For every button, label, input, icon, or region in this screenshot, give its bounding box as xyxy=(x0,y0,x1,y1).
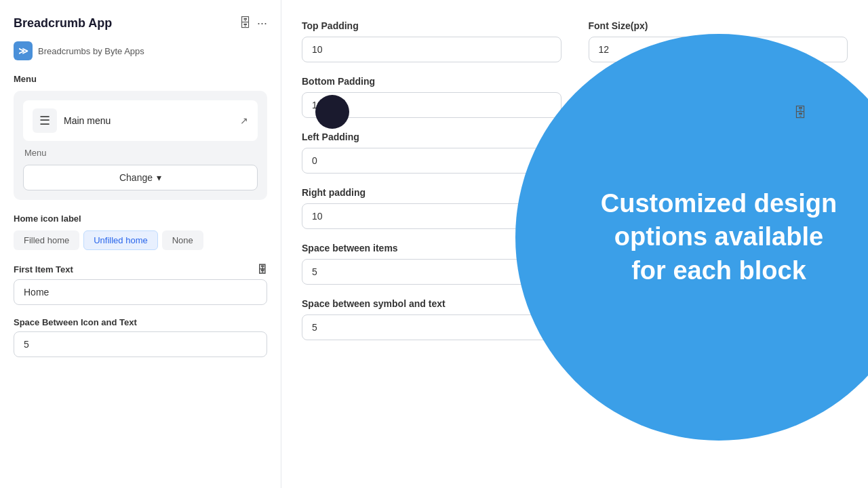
first-item-text-group: First Item Text 🗄 xyxy=(14,264,267,305)
menu-card-inner: ☰ Main menu ↗ xyxy=(23,100,258,141)
top-padding-field: Top Padding xyxy=(302,20,561,62)
home-icon-section: Home icon label Filled home Unfilled hom… xyxy=(14,214,267,250)
app-subtitle-row: ≫ Breadcrumbs by Byte Apps xyxy=(14,41,267,60)
unfilled-home-option[interactable]: Unfilled home xyxy=(83,230,158,250)
header-icons: 🗄 ··· xyxy=(239,16,267,30)
db-icon-overlay: 🗄 xyxy=(793,105,807,121)
more-options-icon[interactable]: ··· xyxy=(257,16,267,30)
space-icon-text-label: Space Between Icon and Text xyxy=(14,317,267,327)
left-padding-input[interactable] xyxy=(302,148,561,174)
home-icon-label: Home icon label xyxy=(14,214,267,224)
menu-sub-label: Menu xyxy=(23,148,258,158)
menu-section-label: Menu xyxy=(14,74,267,84)
change-button-label: Change xyxy=(119,172,153,183)
top-padding-label: Top Padding xyxy=(302,20,561,31)
space-icon-text-group: Space Between Icon and Text xyxy=(14,317,267,357)
db-icon: 🗄 xyxy=(239,16,252,30)
menu-item-icon: ☰ xyxy=(33,108,57,133)
font-size-label: Font Size(px) xyxy=(589,20,848,31)
first-item-text-input[interactable] xyxy=(14,279,267,305)
top-padding-input[interactable] xyxy=(302,37,561,62)
menu-item-label: Main menu xyxy=(64,115,233,126)
home-icon-options: Filled home Unfilled home None xyxy=(14,230,267,250)
menu-card: ☰ Main menu ↗ Menu Change ▾ xyxy=(14,91,267,200)
app-icon: ≫ xyxy=(14,41,33,60)
none-option[interactable]: None xyxy=(162,230,203,250)
app-subtitle-text: Breadcrumbs by Byte Apps xyxy=(38,46,144,56)
main-content: Top Padding Font Size(px) Bottom Padding… xyxy=(281,0,868,488)
sidebar: Breadcrumb App 🗄 ··· ≫ Breadcrumbs by By… xyxy=(0,0,281,488)
left-padding-field: Left Padding xyxy=(302,131,561,174)
app-header: Breadcrumb App 🗄 ··· xyxy=(14,16,267,30)
bottom-padding-label: Bottom Padding xyxy=(302,76,561,87)
external-link-icon: ↗ xyxy=(240,115,248,126)
space-symbol-text-input[interactable] xyxy=(302,314,561,340)
space-symbol-text-field: Space between symbol and text xyxy=(302,298,561,340)
avatar xyxy=(315,95,349,129)
filled-home-option[interactable]: Filled home xyxy=(14,230,79,250)
app-title: Breadcrumb App xyxy=(14,16,112,30)
change-button[interactable]: Change ▾ xyxy=(23,165,258,190)
space-symbol-text-label: Space between symbol and text xyxy=(302,298,561,309)
space-icon-text-input[interactable] xyxy=(14,331,267,357)
left-padding-label: Left Padding xyxy=(302,131,561,142)
first-item-text-label: First Item Text 🗄 xyxy=(14,264,267,275)
first-item-db-icon: 🗄 xyxy=(257,264,267,275)
chevron-down-icon: ▾ xyxy=(157,172,161,183)
promo-text: Customized design options available for … xyxy=(556,160,868,314)
